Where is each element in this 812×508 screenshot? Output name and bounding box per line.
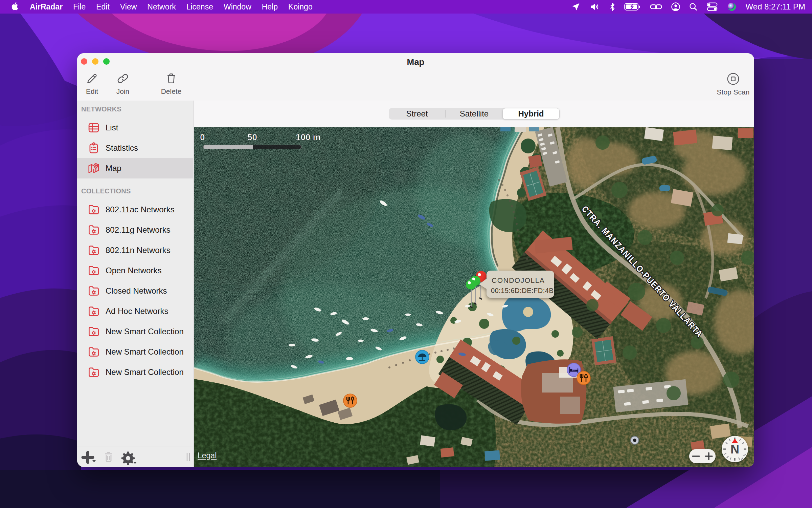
svg-text:50: 50 xyxy=(247,132,257,142)
svg-text:N: N xyxy=(730,442,739,456)
svg-text:Legal: Legal xyxy=(198,451,217,460)
svg-text:0: 0 xyxy=(200,132,205,142)
svg-text:100 m: 100 m xyxy=(296,132,321,142)
svg-text:CONDOJOLLA: CONDOJOLLA xyxy=(492,276,545,284)
svg-text:00:15:6D:DE:FD:4B: 00:15:6D:DE:FD:4B xyxy=(491,287,554,294)
